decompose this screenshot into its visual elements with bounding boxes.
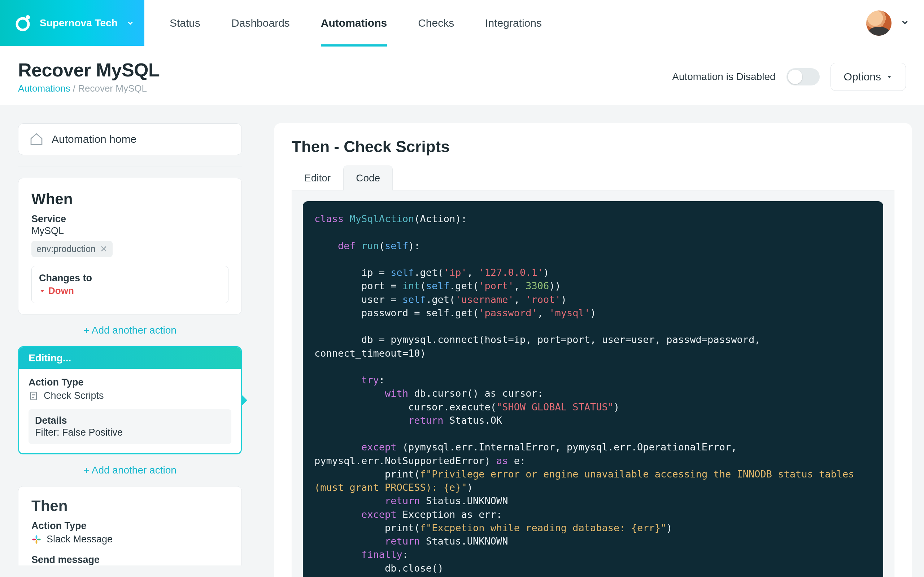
topbar: Supernova Tech Status Dashboards Automat… (0, 0, 924, 46)
details-value: Filter: False Positive (35, 427, 225, 438)
tab-code[interactable]: Code (343, 166, 393, 190)
changes-to-box[interactable]: Changes to Down (31, 266, 228, 303)
options-label: Options (844, 71, 881, 83)
breadcrumb-root[interactable]: Automations (18, 83, 70, 94)
then-title: Then (31, 497, 228, 515)
close-icon[interactable]: ✕ (100, 244, 108, 254)
svg-point-1 (26, 15, 30, 19)
when-card[interactable]: When Service MySQL env:production ✕ Chan… (18, 178, 242, 314)
service-label: Service (31, 213, 228, 225)
primary-nav: Status Dashboards Automations Checks Int… (144, 0, 866, 46)
panel-title: Then - Check Scripts (292, 138, 894, 156)
svg-rect-9 (37, 538, 41, 540)
svg-rect-10 (36, 540, 37, 544)
editing-action-card[interactable]: Editing... Action Type Check Scripts Det… (18, 346, 242, 455)
changes-value: Down (39, 285, 221, 297)
code-tabs: Editor Code (292, 165, 894, 190)
tab-editor[interactable]: Editor (292, 166, 343, 190)
svg-point-0 (17, 18, 29, 30)
automation-home-button[interactable]: Automation home (18, 123, 242, 155)
svg-rect-11 (32, 538, 36, 540)
chevron-down-icon[interactable] (900, 18, 909, 29)
svg-marker-3 (40, 290, 44, 292)
org-name: Supernova Tech (40, 17, 118, 29)
nav-automations[interactable]: Automations (321, 0, 387, 47)
breadcrumb-leaf: Recover MySQL (78, 83, 147, 94)
nav-dashboards[interactable]: Dashboards (231, 0, 290, 47)
page-title: Recover MySQL (18, 59, 160, 81)
caret-down-icon (886, 74, 893, 80)
editing-badge: Editing... (19, 347, 241, 369)
org-switcher[interactable]: Supernova Tech (0, 0, 144, 46)
chevron-down-icon (126, 19, 134, 27)
page-body: Automation home When Service MySQL env:p… (0, 105, 924, 577)
svg-marker-2 (888, 76, 892, 78)
code-container: class MySqlAction(Action): def run(self)… (292, 190, 894, 577)
automation-home-label: Automation home (52, 133, 136, 145)
add-action-link[interactable]: + Add another action (18, 324, 242, 336)
add-action-link[interactable]: + Add another action (18, 464, 242, 476)
nav-integrations[interactable]: Integrations (485, 0, 542, 47)
nav-checks[interactable]: Checks (418, 0, 454, 47)
service-value: MySQL (31, 226, 228, 237)
caret-down-icon (39, 288, 45, 294)
nav-status[interactable]: Status (170, 0, 200, 47)
home-icon (29, 132, 44, 147)
then-action-type-value: Slack Message (31, 534, 228, 545)
env-tag[interactable]: env:production ✕ (31, 241, 113, 257)
breadcrumb: Automations / Recover MySQL (18, 83, 160, 94)
action-type-label: Action Type (29, 377, 231, 388)
sidebar: Automation home When Service MySQL env:p… (0, 123, 242, 577)
then-card[interactable]: Then Action Type Slack Message Send mess… (18, 486, 242, 566)
slack-icon (31, 534, 42, 545)
nav-right (866, 0, 924, 46)
details-box: Details Filter: False Positive (29, 409, 231, 444)
user-avatar[interactable] (866, 10, 892, 36)
code-block[interactable]: class MySqlAction(Action): def run(self)… (303, 201, 883, 577)
send-message-label: Send message (31, 554, 228, 566)
env-tag-text: env:production (36, 244, 96, 254)
when-title: When (31, 190, 228, 208)
svg-rect-8 (36, 535, 37, 539)
divider (18, 167, 242, 167)
page-header: Recover MySQL Automations / Recover MySQ… (0, 46, 924, 105)
changes-label: Changes to (39, 272, 221, 284)
action-type-value: Check Scripts (29, 390, 231, 401)
enable-toggle[interactable] (787, 68, 820, 85)
script-panel: Then - Check Scripts Editor Code class M… (274, 123, 912, 577)
brand-logo-icon (13, 13, 32, 33)
options-button[interactable]: Options (830, 63, 906, 91)
script-icon (29, 391, 39, 401)
main: Then - Check Scripts Editor Code class M… (274, 123, 924, 577)
automation-state-label: Automation is Disabled (672, 71, 775, 82)
then-action-type-label: Action Type (31, 521, 228, 532)
details-label: Details (35, 415, 225, 426)
